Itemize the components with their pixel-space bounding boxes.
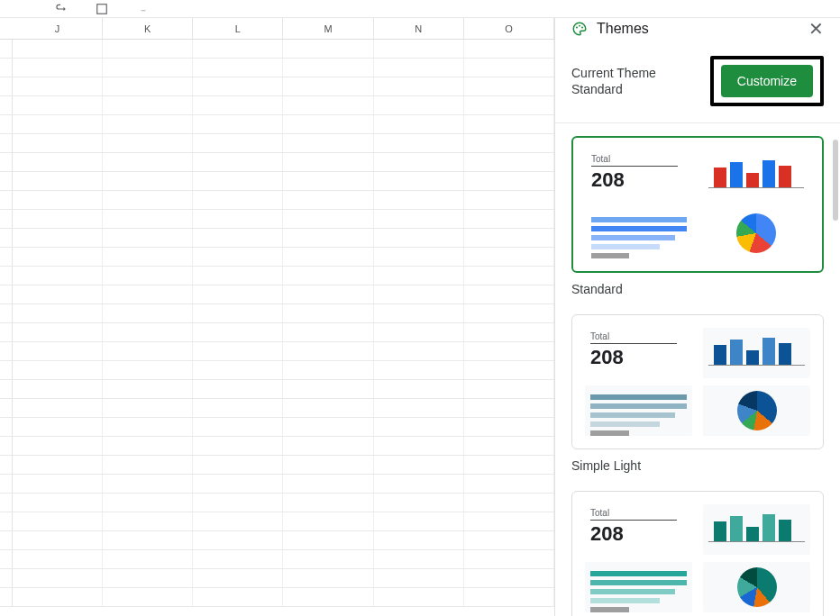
cell[interactable]	[464, 380, 554, 398]
cell[interactable]	[13, 380, 103, 398]
cell[interactable]	[13, 304, 103, 322]
customize-button[interactable]: Customize	[721, 65, 813, 97]
cell[interactable]	[193, 77, 283, 95]
cell[interactable]	[193, 418, 283, 436]
cell[interactable]	[464, 323, 554, 341]
cell[interactable]	[13, 475, 103, 493]
cell[interactable]	[103, 475, 193, 493]
cell[interactable]	[13, 267, 103, 285]
cell[interactable]	[13, 361, 103, 379]
cell[interactable]	[374, 494, 464, 512]
cell[interactable]	[464, 172, 554, 190]
cell[interactable]	[193, 285, 283, 303]
table-row[interactable]	[0, 191, 554, 210]
table-row[interactable]	[0, 456, 554, 475]
table-row[interactable]	[0, 172, 554, 191]
cell[interactable]	[103, 418, 193, 436]
cell[interactable]	[283, 248, 373, 266]
cell[interactable]	[464, 191, 554, 209]
column-header[interactable]: O	[464, 18, 554, 39]
cell[interactable]	[103, 588, 193, 606]
cell[interactable]	[103, 96, 193, 114]
cell[interactable]	[374, 59, 464, 77]
cell[interactable]	[374, 304, 464, 322]
cell[interactable]	[464, 77, 554, 95]
cell[interactable]	[103, 210, 193, 228]
cell[interactable]	[13, 40, 103, 58]
cell[interactable]	[193, 134, 283, 152]
cell[interactable]	[374, 77, 464, 95]
table-row[interactable]	[0, 418, 554, 437]
cell[interactable]	[103, 229, 193, 247]
table-row[interactable]	[0, 399, 554, 418]
cell[interactable]	[283, 40, 373, 58]
cell[interactable]	[193, 96, 283, 114]
cell[interactable]	[193, 153, 283, 171]
cell[interactable]	[13, 172, 103, 190]
cell[interactable]	[374, 588, 464, 606]
cell[interactable]	[193, 40, 283, 58]
cell[interactable]	[13, 229, 103, 247]
theme-list[interactable]: Total208StandardTotal208Simple LightTota…	[555, 123, 840, 616]
cell[interactable]	[103, 437, 193, 455]
cell[interactable]	[193, 361, 283, 379]
table-row[interactable]	[0, 40, 554, 59]
cell[interactable]	[464, 569, 554, 587]
cell[interactable]	[193, 588, 283, 606]
cell[interactable]	[103, 172, 193, 190]
cell[interactable]	[13, 248, 103, 266]
cell[interactable]	[374, 248, 464, 266]
cell[interactable]	[13, 77, 103, 95]
cell[interactable]	[283, 361, 373, 379]
cell[interactable]	[464, 512, 554, 530]
theme-card-simple-light[interactable]: Total208	[571, 314, 824, 449]
cell[interactable]	[193, 380, 283, 398]
cell[interactable]	[103, 304, 193, 322]
cell[interactable]	[374, 229, 464, 247]
cell[interactable]	[193, 569, 283, 587]
table-row[interactable]	[0, 588, 554, 607]
cell[interactable]	[103, 550, 193, 568]
cell[interactable]	[283, 512, 373, 530]
cell[interactable]	[283, 323, 373, 341]
cell[interactable]	[374, 437, 464, 455]
cell[interactable]	[193, 59, 283, 77]
cell[interactable]	[283, 304, 373, 322]
cell[interactable]	[103, 115, 193, 133]
cell[interactable]	[374, 456, 464, 474]
cell[interactable]	[283, 588, 373, 606]
cell[interactable]	[13, 512, 103, 530]
cell[interactable]	[103, 399, 193, 417]
cell[interactable]	[283, 134, 373, 152]
cell[interactable]	[464, 418, 554, 436]
column-header[interactable]: K	[103, 18, 193, 39]
cell[interactable]	[464, 59, 554, 77]
cell[interactable]	[13, 531, 103, 549]
cell[interactable]	[103, 59, 193, 77]
table-row[interactable]	[0, 342, 554, 361]
cell[interactable]	[283, 475, 373, 493]
cell[interactable]	[193, 531, 283, 549]
cell[interactable]	[464, 550, 554, 568]
cell[interactable]	[193, 494, 283, 512]
cell[interactable]	[464, 96, 554, 114]
cell[interactable]	[103, 267, 193, 285]
cell[interactable]	[464, 588, 554, 606]
table-row[interactable]	[0, 512, 554, 531]
cell[interactable]	[283, 494, 373, 512]
cell[interactable]	[464, 210, 554, 228]
cell[interactable]	[283, 456, 373, 474]
cell[interactable]	[464, 494, 554, 512]
table-row[interactable]	[0, 437, 554, 456]
cell[interactable]	[103, 512, 193, 530]
cell[interactable]	[103, 380, 193, 398]
cell[interactable]	[103, 342, 193, 360]
cell[interactable]	[193, 229, 283, 247]
table-row[interactable]	[0, 550, 554, 569]
cell[interactable]	[464, 267, 554, 285]
cell[interactable]	[13, 418, 103, 436]
cell[interactable]	[103, 191, 193, 209]
cell[interactable]	[103, 323, 193, 341]
cell[interactable]	[464, 285, 554, 303]
cell[interactable]	[103, 285, 193, 303]
